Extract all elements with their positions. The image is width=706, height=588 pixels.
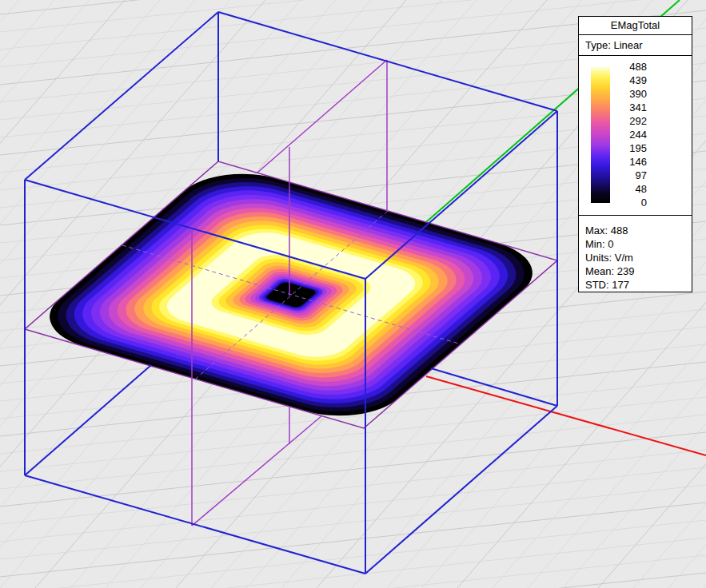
colorbar-tick-label: 390 [615,89,647,100]
colorbar-tick-label: 439 [615,75,647,86]
legend-panel: EMagTotal Type: Linear 48843939034129224… [578,16,692,292]
colorbar-tick-label: 48 [615,184,647,195]
colorbar-gradient [591,67,610,203]
colorbar-tick-label: 244 [615,129,647,141]
colorbar-ticks: 48843939034129224419514697480 [615,67,647,203]
legend-title: EMagTotal [579,17,692,35]
simulation-window: EMagTotal Type: Linear 48843939034129224… [0,0,706,588]
legend-scale-type: Type: Linear [579,35,692,56]
colorbar-tick-label: 341 [615,102,647,113]
colorbar-tick-label: 488 [615,62,647,73]
legend-stat-line: Max: 488 [585,224,692,237]
colorbar-tick-label: 195 [615,143,647,154]
colorbar-tick-label: 292 [615,116,647,127]
colorbar-tick-label: 97 [615,170,647,181]
legend-stat-line: Units: V/m [585,251,692,264]
colorbar-tick-label: 0 [615,197,647,209]
legend-colorbar-section: 48843939034129224419514697480 [579,56,692,216]
colorbar-tick-label: 146 [615,157,647,168]
legend-stat-line: Mean: 239 [585,264,692,278]
legend-stats: Max: 488Min: 0Units: V/mMean: 239STD: 17… [579,216,692,292]
legend-stat-line: Min: 0 [585,237,692,251]
legend-stat-line: STD: 177 [585,278,692,292]
